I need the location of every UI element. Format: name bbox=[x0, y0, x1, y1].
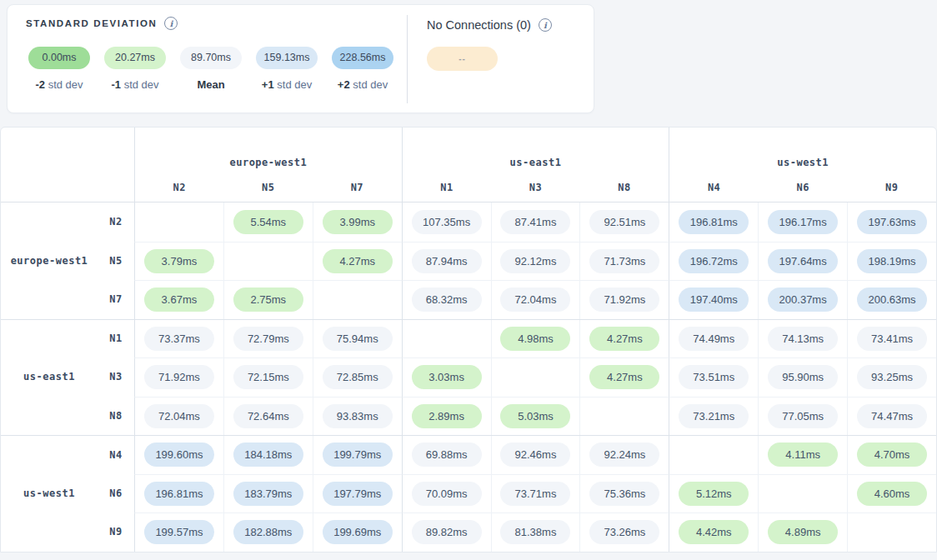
latency-pill: 3.79ms bbox=[144, 249, 214, 273]
column-header-N6: N6 bbox=[759, 182, 848, 193]
latency-pill: 74.49ms bbox=[679, 327, 749, 351]
cell-N6-N3: 73.71ms bbox=[491, 474, 580, 513]
cell-N6-N7: 197.79ms bbox=[313, 474, 402, 513]
cell-N7-N8: 71.92ms bbox=[579, 280, 669, 319]
cell-N6-N1: 70.09ms bbox=[402, 474, 491, 513]
legend-stop-pill: 89.70ms bbox=[180, 47, 242, 69]
latency-pill: 199.69ms bbox=[323, 520, 393, 544]
latency-pill: 87.41ms bbox=[500, 210, 570, 234]
cell-N4-N9: 4.70ms bbox=[847, 436, 936, 474]
no-connections-title: No Connections (0) bbox=[427, 18, 531, 32]
cell-N3-N6: 95.90ms bbox=[758, 358, 847, 397]
cell-N3-N4: 73.51ms bbox=[669, 358, 758, 397]
row-node-label: N5 bbox=[98, 255, 134, 267]
cell-N1-N2: 73.37ms bbox=[134, 320, 223, 358]
row-group-region-label: us-west1 bbox=[1, 488, 98, 499]
row-label-N9: N9 bbox=[1, 512, 134, 552]
latency-pill: 2.89ms bbox=[412, 404, 482, 428]
latency-pill: 72.64ms bbox=[233, 404, 303, 428]
latency-pill: 93.83ms bbox=[323, 404, 393, 428]
column-group-nodes: N2N5N7 bbox=[135, 182, 402, 193]
latency-pill: 199.57ms bbox=[144, 520, 214, 544]
legend-stop-label-light: std dev bbox=[48, 78, 83, 91]
cell-N6-N4: 5.12ms bbox=[669, 474, 758, 513]
cell-N4-N5: 184.18ms bbox=[223, 436, 313, 474]
latency-pill: 4.60ms bbox=[857, 482, 927, 506]
cell-N3-N8: 4.27ms bbox=[579, 358, 669, 397]
cell-N1-N7: 75.94ms bbox=[313, 320, 402, 358]
column-group-nodes: N4N6N9 bbox=[669, 182, 936, 193]
latency-pill: 87.94ms bbox=[412, 249, 482, 273]
latency-pill: 197.79ms bbox=[323, 482, 393, 506]
legend-title: STANDARD DEVIATION bbox=[26, 18, 157, 28]
std-deviation-info-icon[interactable]: i bbox=[164, 17, 178, 30]
latency-pill: 4.27ms bbox=[589, 365, 659, 389]
cell-N5-N4: 196.72ms bbox=[669, 242, 758, 281]
cell-N1-N5: 72.79ms bbox=[223, 320, 313, 358]
cell-N9-N8: 73.26ms bbox=[579, 512, 669, 552]
latency-pill: 5.12ms bbox=[679, 482, 749, 506]
latency-pill: 75.94ms bbox=[323, 327, 393, 351]
latency-pill: 81.38ms bbox=[500, 520, 570, 544]
row-label-N4: N4 bbox=[1, 436, 134, 474]
column-header-N2: N2 bbox=[135, 182, 224, 193]
cell-N2-N7: 3.99ms bbox=[313, 202, 402, 242]
row-label-N5: europe-west1N5 bbox=[1, 242, 134, 281]
latency-matrix-table: europe-west1N2N5N7us-east1N1N3N8us-west1… bbox=[0, 127, 937, 552]
cell-N8-N3: 5.03ms bbox=[491, 397, 580, 436]
cell-N8-N1: 2.89ms bbox=[402, 397, 491, 436]
latency-pill: 89.82ms bbox=[412, 520, 482, 544]
column-header-N4: N4 bbox=[669, 182, 759, 193]
latency-pill: 200.37ms bbox=[768, 288, 838, 312]
latency-pill: 74.13ms bbox=[768, 327, 838, 351]
cell-N5-N1: 87.94ms bbox=[402, 242, 491, 281]
latency-pill: 4.27ms bbox=[323, 249, 393, 273]
latency-pill: 75.36ms bbox=[589, 482, 659, 506]
cell-N6-N2: 196.81ms bbox=[134, 474, 223, 513]
cell-N9-N1: 89.82ms bbox=[402, 512, 491, 552]
cell-N7-N9: 200.63ms bbox=[847, 280, 936, 319]
column-header-N1: N1 bbox=[403, 182, 492, 193]
cell-N4-N2: 199.60ms bbox=[134, 436, 223, 474]
legend-stop-pill: 228.56ms bbox=[332, 47, 393, 69]
legend-stop-pill: 159.13ms bbox=[256, 47, 318, 69]
column-header-N3: N3 bbox=[491, 182, 580, 193]
legend-stop-label-light: std dev bbox=[124, 78, 159, 91]
legend-stop-pill: 20.27ms bbox=[104, 47, 166, 69]
legend-stop-label-strong: -2 bbox=[35, 78, 45, 91]
row-label-N3: us-east1N3 bbox=[1, 358, 134, 397]
cell-N6-N8: 75.36ms bbox=[579, 474, 669, 513]
latency-pill: 107.35ms bbox=[412, 210, 482, 234]
latency-pill: 200.63ms bbox=[857, 288, 927, 312]
latency-pill: 197.40ms bbox=[679, 288, 749, 312]
latency-pill: 198.19ms bbox=[857, 249, 927, 273]
latency-pill: 182.88ms bbox=[233, 520, 303, 544]
legend-stop-label-strong: +1 bbox=[262, 78, 274, 91]
latency-pill: 93.25ms bbox=[857, 365, 927, 389]
matrix-row-N1: N173.37ms72.79ms75.94ms4.98ms4.27ms74.49… bbox=[1, 319, 936, 358]
cell-N2-N9: 197.63ms bbox=[847, 202, 936, 242]
cell-N9-N3: 81.38ms bbox=[491, 512, 580, 552]
matrix-row-N6: us-west1N6196.81ms183.79ms197.79ms70.09m… bbox=[1, 474, 936, 513]
cell-N5-N8: 71.73ms bbox=[579, 242, 669, 281]
cell-N4-N8: 92.24ms bbox=[579, 436, 669, 474]
matrix-row-N9: N9199.57ms182.88ms199.69ms89.82ms81.38ms… bbox=[1, 512, 936, 552]
column-group-nodes: N1N3N8 bbox=[403, 182, 669, 193]
matrix-row-N8: N872.04ms72.64ms93.83ms2.89ms5.03ms73.21… bbox=[1, 397, 936, 436]
cell-N2-N2 bbox=[134, 202, 223, 242]
cell-N2-N4: 196.81ms bbox=[669, 202, 758, 242]
cell-N5-N6: 197.64ms bbox=[758, 242, 847, 281]
row-label-N6: us-west1N6 bbox=[1, 474, 134, 513]
no-connections-info-icon[interactable]: i bbox=[539, 18, 552, 32]
latency-pill: 73.51ms bbox=[679, 365, 749, 389]
cell-N4-N7: 199.79ms bbox=[313, 436, 402, 474]
cell-N1-N1 bbox=[402, 320, 491, 358]
legend-stop-label: Mean bbox=[180, 78, 242, 91]
matrix-corner-cell bbox=[1, 128, 134, 202]
row-node-label: N1 bbox=[98, 332, 134, 344]
latency-pill: 3.67ms bbox=[144, 288, 214, 312]
cell-N8-N4: 73.21ms bbox=[669, 397, 758, 436]
latency-pill: 71.92ms bbox=[589, 288, 659, 312]
legend-stop-label-strong: -1 bbox=[111, 78, 121, 91]
row-label-N7: N7 bbox=[1, 280, 134, 319]
